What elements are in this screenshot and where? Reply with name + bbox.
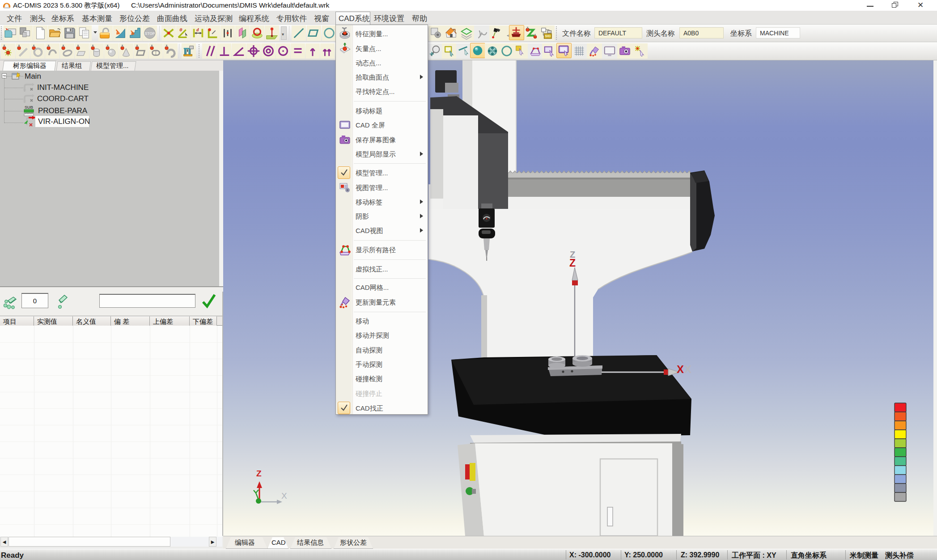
- svg-text:SUB: SUB: [25, 105, 34, 110]
- svg-text:STOP: STOP: [145, 31, 155, 36]
- svg-text:SID: SID: [545, 34, 551, 38]
- svg-text:X: X: [281, 491, 287, 501]
- svg-text:Z: Z: [256, 469, 262, 478]
- svg-text:θ: θ: [180, 27, 182, 32]
- svg-text:Z: Z: [569, 257, 576, 269]
- svg-text:d: d: [196, 27, 199, 32]
- svg-text:X: X: [677, 363, 684, 375]
- svg-text:X: X: [684, 363, 691, 375]
